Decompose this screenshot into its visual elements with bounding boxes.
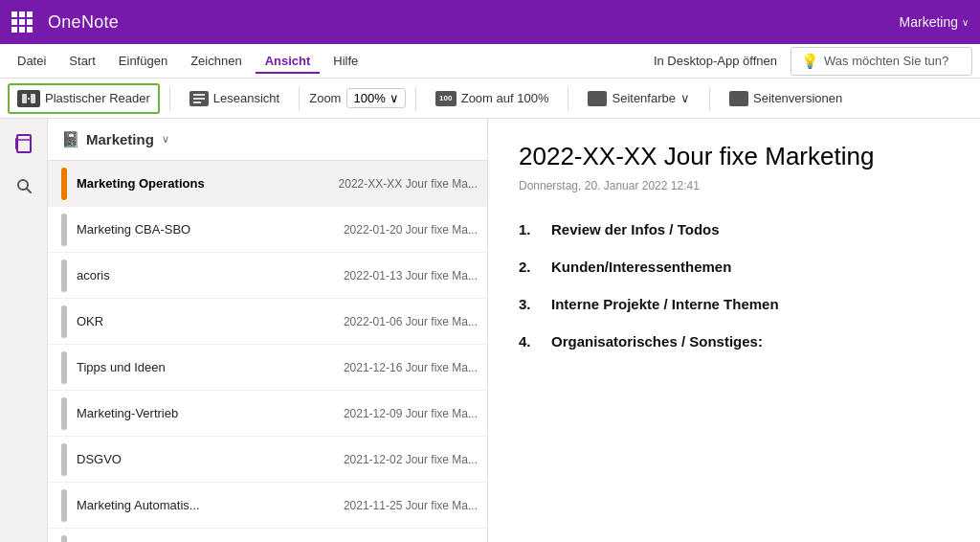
seitenfarbe-label: Seitenfarbe xyxy=(612,91,676,105)
section-tab-5 xyxy=(61,397,67,430)
agenda-text-3: Organisatorisches / Sonstiges: xyxy=(551,333,763,350)
section-name-5: Marketing-Vertrieb xyxy=(77,406,334,420)
agenda-list: 1.Review der Infos / Todos2.Kunden/Inter… xyxy=(519,221,949,350)
zoom-chevron: ∨ xyxy=(390,91,399,105)
seitenfarbe-chevron: ∨ xyxy=(680,91,690,105)
zoom-label: Zoom xyxy=(309,91,341,105)
waffle-icon[interactable] xyxy=(11,11,33,33)
section-row-8[interactable]: Studio MS/UX/Lass...2021-11-18 Jour fixe… xyxy=(48,529,487,542)
section-name-7: Marketing Automatis... xyxy=(77,498,334,512)
sidebar-search-icon[interactable] xyxy=(9,170,39,201)
agenda-text-2: Interne Projekte / Interne Themen xyxy=(551,296,779,312)
agenda-num-1: 2. xyxy=(519,259,542,275)
section-row-5[interactable]: Marketing-Vertrieb2021-12-09 Jour fixe M… xyxy=(48,391,487,437)
section-name-0: Marketing Operations xyxy=(77,176,329,191)
section-tab-2 xyxy=(61,260,67,292)
plastischer-reader-btn[interactable]: Plastischer Reader xyxy=(8,83,160,114)
menu-right-group: In Desktop-App öffnen 💡 Was möchten Sie … xyxy=(644,47,972,76)
account-button[interactable]: Marketing ∨ xyxy=(900,14,969,30)
toolbar-sep-5 xyxy=(709,86,710,111)
section-name-1: Marketing CBA-SBO xyxy=(77,222,334,237)
section-tab-8 xyxy=(61,535,67,543)
section-preview-3: 2022-01-06 Jour fixe Ma... xyxy=(344,315,478,328)
seitenversionen-btn[interactable]: Seitenversionen xyxy=(720,84,852,113)
toolbar-sep-1 xyxy=(169,86,170,111)
section-preview-0: 2022-XX-XX Jour fixe Ma... xyxy=(339,177,478,191)
section-preview-5: 2021-12-09 Jour fixe Ma... xyxy=(344,407,478,420)
toolbar-sep-4 xyxy=(568,86,568,111)
section-tab-4 xyxy=(61,351,67,384)
bulb-icon: 💡 xyxy=(801,53,819,70)
section-row-6[interactable]: DSGVO2021-12-02 Jour fixe Ma... xyxy=(48,437,487,483)
leseansicht-btn[interactable]: Leseansicht xyxy=(180,84,289,113)
section-tab-0 xyxy=(61,168,67,200)
page-title[interactable]: 2022-XX-XX Jour fixe Marketing xyxy=(519,142,949,171)
section-preview-2: 2022-01-13 Jour fixe Ma... xyxy=(344,269,478,282)
notebook-header: 📓 Marketing ∨ xyxy=(48,119,487,161)
svg-rect-1 xyxy=(31,94,35,103)
zoom100-icon: 100 xyxy=(435,91,457,106)
section-row-2[interactable]: acoris2022-01-13 Jour fixe Ma... xyxy=(48,253,487,299)
sidebar-notebook-icon[interactable] xyxy=(9,128,39,159)
section-tab-6 xyxy=(61,443,67,476)
agenda-text-1: Kunden/Interessenthemen xyxy=(551,259,731,275)
seitenfarbe-icon xyxy=(588,91,607,106)
section-preview-7: 2021-11-25 Jour fixe Ma... xyxy=(344,499,478,512)
search-hint-text: Was möchten Sie tun? xyxy=(824,54,948,68)
notebook-icon: 📓 xyxy=(61,130,80,148)
menu-zeichnen[interactable]: Zeichnen xyxy=(181,48,251,74)
zoom100-btn[interactable]: 100 Zoom auf 100% xyxy=(426,84,559,113)
menu-ansicht[interactable]: Ansicht xyxy=(256,48,321,74)
menu-start[interactable]: Start xyxy=(59,48,104,74)
agenda-num-2: 3. xyxy=(519,296,542,312)
section-preview-1: 2022-01-20 Jour fixe Ma... xyxy=(344,223,478,237)
title-bar: OneNote Marketing ∨ xyxy=(0,0,980,44)
leseansicht-icon xyxy=(189,91,209,106)
main-area: 📓 Marketing ∨ Marketing Operations2022-X… xyxy=(0,119,980,542)
seitenversionen-label: Seitenversionen xyxy=(753,91,842,105)
open-desktop-btn[interactable]: In Desktop-App öffnen xyxy=(644,48,787,74)
menu-datei[interactable]: Datei xyxy=(8,48,56,74)
toolbar: Plastischer Reader Leseansicht Zoom 100%… xyxy=(0,79,980,119)
section-preview-4: 2021-12-16 Jour fixe Ma... xyxy=(344,361,478,374)
section-row-0[interactable]: Marketing Operations2022-XX-XX Jour fixe… xyxy=(48,161,487,207)
svg-rect-5 xyxy=(193,102,201,103)
sidebar xyxy=(0,119,48,542)
notebook-chevron[interactable]: ∨ xyxy=(162,133,169,146)
menu-bar: Datei Start Einfügen Zeichnen Ansicht Hi… xyxy=(0,44,980,79)
menu-hilfe[interactable]: Hilfe xyxy=(323,48,368,74)
reader-icon xyxy=(17,90,40,107)
svg-rect-8 xyxy=(15,138,18,149)
notebook-name: Marketing xyxy=(86,131,154,147)
section-row-1[interactable]: Marketing CBA-SBO2022-01-20 Jour fixe Ma… xyxy=(48,207,487,253)
section-row-4[interactable]: Tipps und Ideen2021-12-16 Jour fixe Ma..… xyxy=(48,345,487,391)
svg-rect-6 xyxy=(17,135,31,152)
svg-rect-4 xyxy=(193,98,205,100)
section-name-3: OKR xyxy=(77,314,334,328)
agenda-num-0: 1. xyxy=(519,221,542,237)
section-name-4: Tipps und Ideen xyxy=(77,360,334,374)
section-list: Marketing Operations2022-XX-XX Jour fixe… xyxy=(48,161,487,542)
account-chevron: ∨ xyxy=(962,17,969,28)
app-name: OneNote xyxy=(48,12,890,33)
page-meta: Donnerstag, 20. Januar 2022 12:41 xyxy=(519,179,949,192)
search-hint[interactable]: 💡 Was möchten Sie tun? xyxy=(791,47,972,76)
section-name-6: DSGVO xyxy=(77,452,334,466)
section-row-7[interactable]: Marketing Automatis...2021-11-25 Jour fi… xyxy=(48,483,487,529)
seitenfarbe-btn[interactable]: Seitenfarbe ∨ xyxy=(578,84,700,113)
toolbar-sep-3 xyxy=(415,86,416,111)
agenda-item-2: 3.Interne Projekte / Interne Themen xyxy=(519,296,949,312)
section-row-3[interactable]: OKR2022-01-06 Jour fixe Ma... xyxy=(48,299,487,345)
seitenversionen-icon xyxy=(729,91,748,106)
zoom100-label: Zoom auf 100% xyxy=(461,91,549,105)
menu-einfuegen[interactable]: Einfügen xyxy=(109,48,177,74)
content-area: 2022-XX-XX Jour fixe Marketing Donnersta… xyxy=(488,119,980,542)
zoom-value: 100% xyxy=(353,91,385,105)
agenda-item-1: 2.Kunden/Interessenthemen xyxy=(519,259,949,275)
section-tab-3 xyxy=(61,305,67,338)
notebook-panel: 📓 Marketing ∨ Marketing Operations2022-X… xyxy=(48,119,488,542)
agenda-item-3: 4.Organisatorisches / Sonstiges: xyxy=(519,333,949,350)
zoom-select[interactable]: 100% ∨ xyxy=(346,88,405,108)
section-tab-7 xyxy=(61,489,67,522)
svg-rect-0 xyxy=(22,94,27,103)
